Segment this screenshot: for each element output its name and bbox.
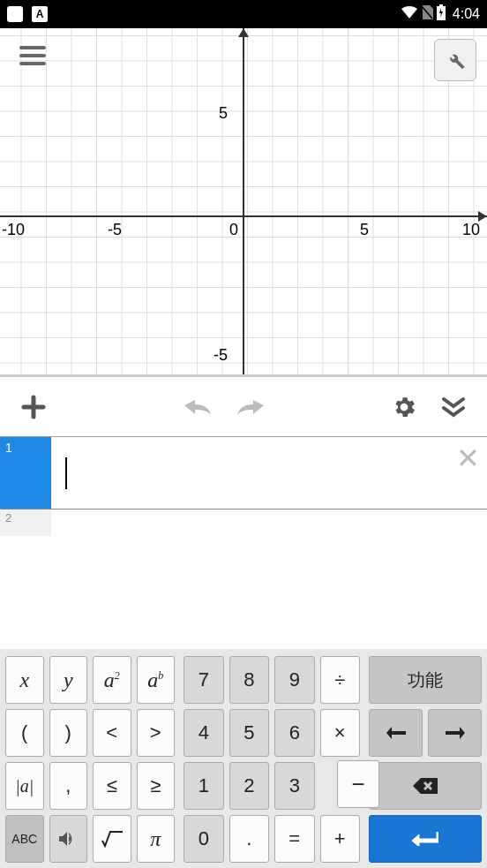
key-0[interactable]: 0 <box>184 815 224 863</box>
origin-label: 0 <box>229 221 238 239</box>
key-lparen[interactable]: ( <box>5 709 44 757</box>
key-9[interactable]: 9 <box>274 656 315 704</box>
y-axis <box>243 28 244 374</box>
battery-charging-icon <box>437 4 446 24</box>
text-cursor-icon <box>65 457 67 489</box>
input-row[interactable]: 2 <box>0 509 487 536</box>
key-6[interactable]: 6 <box>274 709 315 757</box>
key-pi[interactable]: π <box>137 815 176 863</box>
wifi-icon <box>401 6 417 22</box>
key-5[interactable]: 5 <box>229 709 270 757</box>
enter-icon <box>412 832 438 846</box>
key-divide[interactable]: ÷ <box>320 656 361 704</box>
key-comma[interactable]: , <box>49 762 88 810</box>
key-abs[interactable]: |a| <box>5 762 44 810</box>
key-x[interactable]: x <box>5 656 44 704</box>
key-enter[interactable] <box>369 815 482 863</box>
key-square[interactable]: a2 <box>93 656 131 704</box>
no-sim-icon <box>421 5 433 23</box>
tools-button[interactable] <box>434 39 476 81</box>
key-equals[interactable]: = <box>274 815 315 863</box>
key-multiply[interactable]: × <box>320 709 361 757</box>
menu-button[interactable] <box>18 41 48 71</box>
y-neg-label: -5 <box>214 346 228 365</box>
ime-indicator-icon: A <box>32 6 48 22</box>
key-abc[interactable]: ABC <box>5 815 44 863</box>
x-pos10-label: 10 <box>462 221 480 239</box>
key-sqrt[interactable] <box>93 815 131 863</box>
row-number: 1 <box>0 437 51 509</box>
row-number: 2 <box>0 509 51 536</box>
key-power[interactable]: ab <box>137 656 176 704</box>
key-4[interactable]: 4 <box>184 709 224 757</box>
key-cursor-right[interactable] <box>428 709 482 757</box>
key-rparen[interactable]: ) <box>49 709 88 757</box>
key-lt[interactable]: < <box>93 709 131 757</box>
status-right: 4:04 <box>401 4 480 24</box>
backspace-icon <box>413 778 438 794</box>
formula-input[interactable]: ✕ <box>51 437 487 509</box>
key-8[interactable]: 8 <box>229 656 270 704</box>
arrow-right-icon <box>446 727 465 739</box>
x-pos5-label: 5 <box>360 221 369 239</box>
status-left: A <box>7 6 48 22</box>
key-sound[interactable] <box>49 815 88 863</box>
key-dot[interactable]: . <box>229 815 270 863</box>
arrow-left-icon <box>386 727 406 739</box>
clear-input-button[interactable]: ✕ <box>456 444 480 472</box>
y-axis-arrow-icon <box>238 28 249 37</box>
key-backspace[interactable] <box>369 762 482 810</box>
key-functions[interactable]: 功能 <box>369 656 482 704</box>
key-gt[interactable]: > <box>137 709 176 757</box>
svg-rect-1 <box>439 4 443 6</box>
sqrt-icon <box>101 830 124 848</box>
speaker-icon <box>59 831 77 847</box>
key-cursor-left[interactable] <box>369 709 423 757</box>
redo-button[interactable] <box>229 388 268 426</box>
key-1[interactable]: 1 <box>184 762 224 810</box>
undo-button[interactable] <box>180 388 219 426</box>
key-7[interactable]: 7 <box>184 656 224 704</box>
y-pos-label: 5 <box>219 104 228 123</box>
key-le[interactable]: ≤ <box>93 762 131 810</box>
key-y[interactable]: y <box>49 656 88 704</box>
clock-text: 4:04 <box>453 6 480 22</box>
key-plus[interactable]: + <box>320 815 361 863</box>
add-button[interactable] <box>14 388 53 426</box>
settings-button[interactable] <box>385 388 423 426</box>
app-indicator-icon <box>7 6 23 22</box>
input-row[interactable]: 1 ✕ <box>0 437 487 509</box>
collapse-button[interactable] <box>434 388 473 426</box>
key-minus[interactable]: − <box>337 760 379 808</box>
status-bar: A 4:04 <box>0 0 487 28</box>
key-ge[interactable]: ≥ <box>137 762 176 810</box>
x-neg10-label: -10 <box>2 221 25 239</box>
math-keyboard: x y a2 ab ( ) < > |a| , ≤ ≥ ABC <box>0 649 487 868</box>
algebra-toolbar <box>0 377 487 437</box>
algebra-input-list: 1 ✕ 2 <box>0 437 487 636</box>
graph-area[interactable]: 0 5 -5 5 10 -5 -10 <box>0 28 487 377</box>
key-3[interactable]: 3 <box>274 762 315 810</box>
key-2[interactable]: 2 <box>229 762 270 810</box>
x-neg5-label: -5 <box>108 221 122 239</box>
